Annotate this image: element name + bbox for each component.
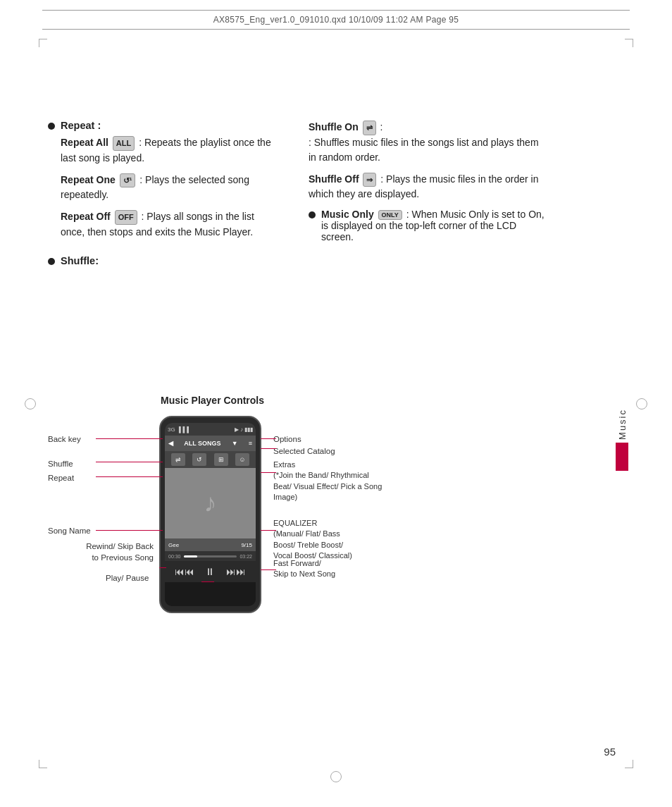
ann-equalizer: EQUALIZER (Manual/ Flat/ Bass Boost/ Tre… [273,518,352,562]
play-icon-small: ▶ [235,426,239,433]
time-current: 00:30 [168,554,181,559]
ann-line-options [261,438,276,439]
icon-row: ⇌ ↺ ⊞ ☺ [165,451,256,468]
album-art: ♪ [165,468,256,538]
progress-track [184,555,237,557]
left-column: Repeat : Repeat All ALL : Repeats the pl… [48,120,280,279]
repeat-off-item: Repeat Off OFF : Plays all songs in the … [61,209,280,240]
repeat-all-item: Repeat All ALL : Repeats the playlist on… [61,135,280,166]
corner-mark-br [625,760,633,768]
repeat-one-icon: ↺¹ [120,173,136,188]
header-bar: AX8575_Eng_ver1.0_091010.qxd 10/10/09 11… [42,10,630,30]
rewind-btn[interactable]: ⏮⏮ [175,566,194,577]
music-note-icon: ♪ [204,488,217,518]
repeat-content: Repeat : Repeat All ALL : Repeats the pl… [61,120,280,247]
signal-icon: 3G ▐▐▐ [168,426,189,433]
ann-shuffle-text: Shuffle [48,460,73,468]
right-column: Shuffle On ⇌ : : Shuffles music files in… [309,120,548,251]
bullet-dot-music-only [309,211,316,218]
registration-mark-right [636,398,647,409]
bullet-dot-shuffle [48,258,55,265]
song-bar-title: ALL SONGS [184,440,220,447]
music-only-icon: ONLY [378,210,402,220]
player-section-title: Music Player Controls [161,395,616,406]
song-name-text: Gee [168,542,179,548]
phone-screen: 3G ▐▐▐ ▶ ♪ ▮▮▮ ◀ ALL SONGS ▼ ≡ ⇌ [165,423,256,606]
side-label: Music [616,409,628,471]
grid-btn[interactable]: ⊞ [214,453,228,466]
menu-icon: ≡ [249,440,252,447]
ann-selected-catalog-text: Selected Catalog [273,447,335,455]
ann-shuffle: Shuffle [48,458,73,469]
repeat-all-label: Repeat All [61,137,108,148]
ann-fast-forward: Fast Forward/ Skip to Next Song [273,558,335,580]
shuffle-heading: Shuffle: [61,255,280,266]
person-btn[interactable]: ☺ [235,453,249,466]
shuffle-on-label: Shuffle On [309,121,359,133]
repeat-off-icon: OFF [115,210,137,225]
bullet-dot-repeat [48,123,55,130]
corner-mark-bl [39,760,47,768]
ann-line-shuffle [96,462,163,462]
time-total: 03:22 [239,554,252,559]
shuffle-on-desc: : Shuffles music files in the songs list… [309,137,539,163]
repeat-off-label: Repeat Off [61,211,111,222]
ann-song-name-text: Song Name [48,526,91,535]
repeat-btn[interactable]: ↺ [192,453,206,466]
repeat-one-label: Repeat One [61,174,116,185]
registration-mark-bottom [330,771,342,782]
shuffle-btn[interactable]: ⇌ [171,453,185,466]
battery-icon: ▮▮▮ [244,426,253,433]
shuffle-off-label: Shuffle Off [309,173,359,185]
ann-rewind-text: Rewind/ Skip Back to Previous Song [86,542,154,562]
corner-mark-tr [625,39,633,47]
song-count-text: 9/15 [241,542,252,548]
shuffle-on-icon: ⇌ [363,121,376,135]
fast-forward-btn[interactable]: ⏭⏭ [226,566,246,577]
back-arrow: ◀ [168,440,173,447]
shuffle-off-icon: ⇒ [363,173,376,187]
ann-repeat: Repeat [48,472,74,483]
ann-rewind: Rewind/ Skip Back to Previous Song [48,541,154,563]
ann-repeat-text: Repeat [48,474,74,482]
repeat-one-item: Repeat One ↺¹ : Plays the selected song … [61,173,280,203]
song-bar: ◀ ALL SONGS ▼ ≡ [165,436,256,451]
ann-back-key: Back key [48,433,81,445]
dropdown-icon: ▼ [232,440,238,447]
ann-line-repeat [96,476,163,477]
ann-selected-catalog: Selected Catalog [273,445,335,457]
ann-back-key-text: Back key [48,435,81,443]
music-only-section: Music Only ONLY : When Music Only is set… [309,209,548,242]
topbar-icons: ▶ ♪ ▮▮▮ [235,426,253,433]
shuffle-on-item: Shuffle On ⇌ : : Shuffles music files in… [309,120,548,165]
song-name-bar: Gee 9/15 [165,538,256,551]
phone-mockup: 3G ▐▐▐ ▶ ♪ ▮▮▮ ◀ ALL SONGS ▼ ≡ ⇌ [159,416,261,613]
ann-play-text: Play/ Pause [106,574,149,582]
repeat-section: Repeat : Repeat All ALL : Repeats the pl… [48,120,280,247]
music-only-content: Music Only ONLY : When Music Only is set… [321,209,548,242]
controls-row: ⏮⏮ ⏸ ⏭⏭ [165,561,256,582]
ann-equalizer-text: EQUALIZER (Manual/ Flat/ Bass Boost/ Tre… [273,519,352,560]
music-only-label: Music Only [321,209,374,220]
shuffle-off-item: Shuffle Off ⇒ : Plays the music files in… [309,172,548,202]
ann-options-text: Options [273,435,301,443]
ann-line-extras [261,472,276,473]
progress-fill [184,555,197,557]
play-pause-btn[interactable]: ⏸ [205,566,215,577]
ann-fast-forward-text: Fast Forward/ Skip to Next Song [273,559,335,578]
ann-line-selected-catalog [261,448,276,449]
player-section: Music Player Controls 3G ▐▐▐ ▶ ♪ ▮▮▮ ◀ A… [48,395,616,417]
screen-topbar: 3G ▐▐▐ ▶ ♪ ▮▮▮ [165,423,256,436]
side-label-bar [616,443,628,471]
ann-song-name: Song Name [48,525,91,536]
registration-mark-left [25,398,36,409]
progress-bar-container: 00:30 03:22 [165,551,256,561]
ann-extras: Extras (*Join the Band/ Rhythmical Beat/… [273,460,382,503]
ann-options: Options [273,433,301,445]
shuffle-on-colon: : [380,121,383,133]
side-label-text: Music [617,409,628,440]
corner-mark-tl [39,39,47,47]
shuffle-section: Shuffle: [48,255,280,271]
ann-line-song-name [96,530,163,531]
shuffle-content: Shuffle: [61,255,280,271]
